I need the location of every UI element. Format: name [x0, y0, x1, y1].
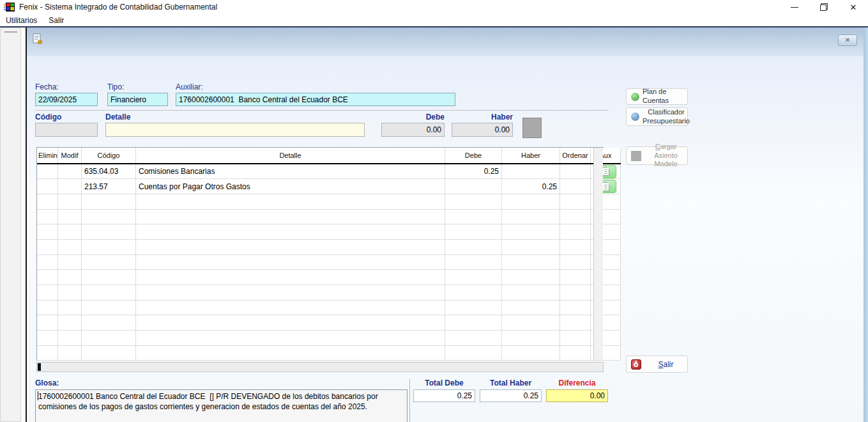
- panel-drag-handle[interactable]: [4, 31, 17, 33]
- cell-codigo[interactable]: [82, 285, 136, 301]
- cell-elimin[interactable]: [37, 315, 58, 331]
- plan-de-cuentas-button[interactable]: Plan de Cuentas: [626, 88, 688, 105]
- cell-elimin[interactable]: [37, 209, 58, 224]
- cell-codigo[interactable]: [82, 300, 136, 315]
- table-row[interactable]: [37, 270, 621, 285]
- codigo-input[interactable]: [35, 123, 98, 137]
- cell-detalle[interactable]: Cuentas por Pagar Otros Gastos: [136, 179, 445, 194]
- cell-debe[interactable]: [445, 254, 502, 270]
- horizontal-scrollbar-thumb[interactable]: [38, 363, 41, 371]
- detalle-input[interactable]: [105, 123, 365, 137]
- cell-detalle[interactable]: [136, 194, 445, 209]
- cell-elimin[interactable]: [37, 270, 58, 285]
- cell-modif[interactable]: [58, 209, 82, 224]
- table-row[interactable]: [37, 254, 621, 270]
- salir-button[interactable]: Salir: [626, 356, 688, 373]
- cell-haber[interactable]: [502, 315, 560, 331]
- cell-ordenar[interactable]: [560, 224, 591, 240]
- cell-ordenar[interactable]: [560, 209, 591, 224]
- cell-haber[interactable]: [502, 285, 560, 301]
- cell-codigo[interactable]: [82, 209, 136, 224]
- cell-haber[interactable]: [502, 224, 560, 240]
- haber-input[interactable]: [452, 123, 513, 137]
- column-header[interactable]: Elimin: [37, 148, 58, 164]
- table-row[interactable]: [37, 345, 621, 361]
- table-row[interactable]: [37, 194, 621, 209]
- cell-detalle[interactable]: [136, 254, 445, 270]
- table-row[interactable]: 635.04.03Comisiones Bancarias0.25: [37, 164, 621, 179]
- cell-elimin[interactable]: [37, 345, 58, 361]
- menu-item-utilitarios[interactable]: Utilitarios: [0, 16, 43, 25]
- cell-debe[interactable]: [445, 315, 502, 331]
- cell-elimin[interactable]: [37, 224, 58, 240]
- cell-haber[interactable]: [502, 164, 560, 179]
- cell-detalle[interactable]: [136, 300, 445, 315]
- minimize-button[interactable]: [780, 0, 809, 14]
- cell-debe[interactable]: [445, 345, 502, 361]
- cell-codigo[interactable]: [82, 345, 136, 361]
- cell-ordenar[interactable]: [560, 239, 591, 254]
- cell-modif[interactable]: [58, 270, 82, 285]
- cell-haber[interactable]: [502, 331, 560, 346]
- cell-modif[interactable]: [58, 194, 82, 209]
- cell-codigo[interactable]: [82, 254, 136, 270]
- left-collapsed-panel[interactable]: [0, 27, 21, 422]
- cell-debe[interactable]: [445, 179, 502, 194]
- table-row[interactable]: [37, 315, 621, 331]
- cell-haber[interactable]: [502, 254, 560, 270]
- cell-detalle[interactable]: [136, 209, 445, 224]
- cell-haber[interactable]: [502, 209, 560, 224]
- cell-debe[interactable]: [445, 209, 502, 224]
- cell-detalle[interactable]: [136, 315, 445, 331]
- maximize-button[interactable]: [809, 0, 839, 14]
- cell-ordenar[interactable]: [560, 285, 591, 301]
- cell-haber[interactable]: 0.25: [502, 179, 560, 194]
- column-header[interactable]: Debe: [445, 148, 502, 164]
- cell-elimin[interactable]: [37, 300, 58, 315]
- cell-detalle[interactable]: [136, 270, 445, 285]
- table-row[interactable]: [37, 239, 621, 254]
- cell-ordenar[interactable]: [560, 254, 591, 270]
- glosa-textarea[interactable]: 1760002600001 Banco Central del Ecuador …: [35, 389, 407, 422]
- cell-elimin[interactable]: [37, 239, 58, 254]
- column-header[interactable]: Detalle: [136, 148, 445, 164]
- cell-modif[interactable]: [58, 285, 82, 301]
- cell-haber[interactable]: [502, 270, 560, 285]
- close-button[interactable]: ✕: [839, 0, 868, 14]
- cell-codigo[interactable]: [82, 194, 136, 209]
- cell-modif[interactable]: [58, 315, 82, 331]
- cell-ordenar[interactable]: [560, 315, 591, 331]
- cell-debe[interactable]: [445, 224, 502, 240]
- cell-ordenar[interactable]: [560, 300, 591, 315]
- cell-codigo[interactable]: [82, 331, 136, 346]
- table-row[interactable]: [37, 224, 621, 240]
- cell-elimin[interactable]: [37, 285, 58, 301]
- cell-detalle[interactable]: [136, 224, 445, 240]
- cell-haber[interactable]: [502, 300, 560, 315]
- cell-detalle[interactable]: [136, 345, 445, 361]
- cell-ordenar[interactable]: [560, 331, 591, 346]
- cell-ordenar[interactable]: [560, 345, 591, 361]
- cell-modif[interactable]: [58, 300, 82, 315]
- cell-haber[interactable]: [502, 194, 560, 209]
- clasificador-presupuestario-button[interactable]: ClasificadorPresupuestario: [626, 107, 688, 126]
- cell-elimin[interactable]: [37, 331, 58, 346]
- cell-ordenar[interactable]: [560, 164, 591, 179]
- menu-item-salir[interactable]: Salir: [43, 16, 70, 25]
- cell-codigo[interactable]: 213.57: [82, 179, 136, 194]
- cell-elimin[interactable]: [37, 254, 58, 270]
- table-row[interactable]: [37, 285, 621, 301]
- cell-detalle[interactable]: Comisiones Bancarias: [136, 164, 445, 179]
- cell-elimin[interactable]: [37, 179, 58, 194]
- cell-haber[interactable]: [502, 239, 560, 254]
- cell-codigo[interactable]: [82, 224, 136, 240]
- cell-detalle[interactable]: [136, 285, 445, 301]
- cell-elimin[interactable]: [37, 164, 58, 179]
- cell-debe[interactable]: [445, 239, 502, 254]
- table-row[interactable]: [37, 331, 621, 346]
- cell-modif[interactable]: [58, 345, 82, 361]
- fecha-input[interactable]: [35, 93, 98, 106]
- cell-modif[interactable]: [58, 224, 82, 240]
- column-header[interactable]: Haber: [502, 148, 560, 164]
- cell-debe[interactable]: 0.25: [445, 164, 502, 179]
